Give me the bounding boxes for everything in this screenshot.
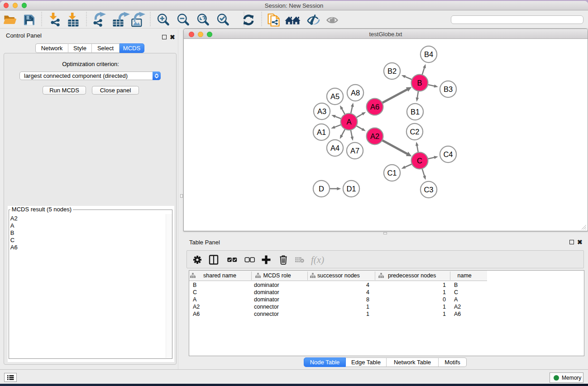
svg-text:A6: A6 — [370, 103, 379, 111]
svg-text:C4: C4 — [443, 150, 453, 158]
svg-text:B1: B1 — [411, 108, 420, 116]
svg-text:D: D — [319, 185, 324, 193]
svg-text:C3: C3 — [424, 186, 433, 194]
svg-text:A2: A2 — [370, 132, 379, 140]
svg-text:C1: C1 — [387, 169, 397, 177]
svg-text:C2: C2 — [410, 128, 419, 136]
svg-text:D1: D1 — [346, 185, 356, 193]
svg-text:A3: A3 — [317, 107, 326, 115]
svg-text:A4: A4 — [330, 144, 339, 152]
svg-text:B: B — [417, 79, 422, 87]
svg-text:A1: A1 — [317, 128, 326, 136]
svg-text:A: A — [346, 118, 351, 126]
svg-text:f(x): f(x) — [311, 254, 324, 265]
svg-text:B4: B4 — [424, 50, 433, 58]
svg-text:A5: A5 — [330, 92, 339, 100]
svg-text:B2: B2 — [387, 67, 397, 75]
svg-text:A8: A8 — [351, 89, 360, 97]
svg-text:A7: A7 — [350, 147, 359, 155]
svg-text:C: C — [417, 157, 422, 165]
svg-text:B3: B3 — [444, 85, 453, 93]
